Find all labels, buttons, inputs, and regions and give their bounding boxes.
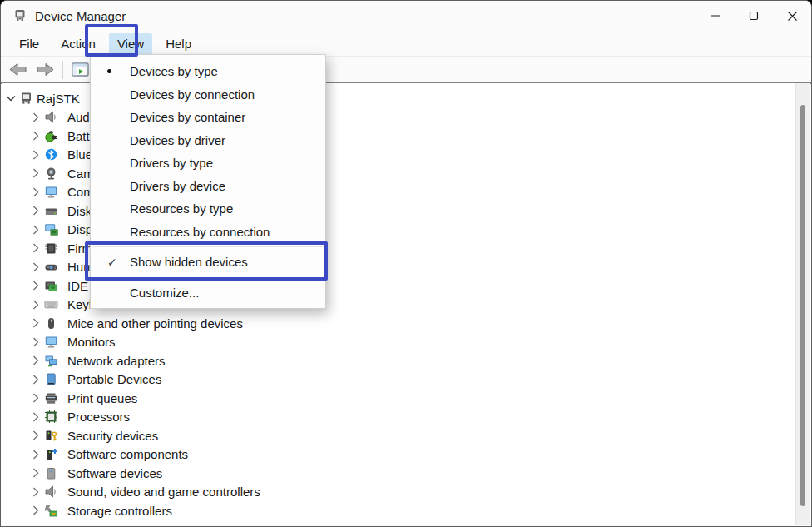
tree-item-software-components[interactable]: Software components [2,445,795,465]
menubar: FileActionViewHelp [1,31,811,56]
device-manager-window: Device Manager FileActionViewHelp [0,0,812,527]
menu-item-devices-by-driver[interactable]: Devices by driver [91,129,325,152]
close-button[interactable] [773,1,811,31]
titlebar: Device Manager [1,1,811,31]
storage-icon [44,504,58,518]
display-icon [44,222,58,236]
checkmark-icon: ✓ [102,256,130,269]
chevron-right-icon[interactable] [30,430,42,441]
chevron-right-icon[interactable] [30,130,42,142]
mouse-icon [44,316,58,331]
printer-icon [44,391,58,405]
camera-icon [44,167,58,181]
tree-item-processors[interactable]: Processors [2,408,795,427]
chevron-right-icon[interactable] [30,242,42,254]
menu-item-show-hidden-devices[interactable]: ✓ Show hidden devices [91,251,325,274]
battery-icon [44,129,58,143]
device-manager-app-icon [12,8,27,23]
menu-item-drivers-by-type[interactable]: Drivers by type [91,152,325,175]
bluetooth-icon [44,147,58,162]
menu-action[interactable]: Action [52,33,104,54]
software-components-icon [44,447,58,461]
ide-icon [44,279,58,293]
menu-item-drivers-by-device[interactable]: Drivers by device [91,175,325,198]
tree-item-network-adapters[interactable]: Network adapters [2,351,795,370]
chevron-right-icon[interactable] [30,112,42,123]
chevron-right-icon[interactable] [30,317,42,329]
chevron-down-icon[interactable] [5,92,17,104]
processor-icon [44,410,58,424]
maximize-button[interactable] [735,1,773,31]
menu-item-resources-by-connection[interactable]: Resources by connection [91,221,325,244]
menu-view[interactable]: View [109,33,152,54]
menu-separator [92,277,324,278]
software-devices-icon [44,466,58,480]
network-icon [44,354,58,368]
chevron-right-icon[interactable] [30,280,42,291]
view-menu-dropdown: Devices by type Devices by connection De… [90,54,326,309]
tree-item-monitors[interactable]: Monitors [2,333,795,352]
audio-icon [44,485,58,499]
computer-icon [19,92,33,106]
window-controls [696,1,811,31]
disk-icon [44,204,58,218]
gamepad-icon [44,260,58,274]
chevron-right-icon[interactable] [30,374,42,385]
chevron-right-icon[interactable] [30,505,42,516]
minimize-button[interactable] [696,1,735,31]
menu-item-devices-by-connection[interactable]: Devices by connection [91,83,325,107]
tree-item-software-devices[interactable]: Software devices [2,464,795,483]
menu-item-devices-by-type[interactable]: Devices by type [91,60,325,83]
chevron-right-icon[interactable] [30,392,42,404]
chevron-right-icon[interactable] [30,524,42,525]
chevron-right-icon[interactable] [30,186,42,198]
scrollbar-thumb[interactable] [800,105,805,506]
monitor-icon [44,335,58,349]
tree-item-storage-volume-shadow-copies[interactable]: Storage volume shadow copies [2,520,795,526]
generic-icon [44,522,58,525]
monitor-icon [44,185,58,199]
back-icon[interactable] [9,62,27,77]
chevron-right-icon[interactable] [30,167,42,179]
toolbar-separator [62,61,63,79]
chevron-right-icon[interactable] [30,299,42,311]
tree-item-mice-and-other-pointing-devices[interactable]: Mice and other pointing devices [2,314,795,333]
menu-item-devices-by-container[interactable]: Devices by container [91,106,325,129]
chevron-right-icon[interactable] [30,261,42,273]
chevron-right-icon[interactable] [30,467,42,479]
radio-dot-icon [102,69,130,73]
chevron-right-icon[interactable] [30,205,42,216]
chevron-right-icon[interactable] [30,486,42,498]
menu-help[interactable]: Help [157,33,200,54]
chevron-right-icon[interactable] [30,355,42,366]
chevron-right-icon[interactable] [30,336,42,348]
menu-item-customize[interactable]: Customize... [91,281,325,305]
console-window-icon[interactable] [72,62,89,77]
menu-separator [92,246,324,247]
window-title: Device Manager [35,9,126,23]
menu-item-resources-by-type[interactable]: Resources by type [91,197,325,221]
security-icon [44,429,58,443]
firmware-icon [44,241,58,256]
chevron-right-icon[interactable] [30,449,42,460]
audio-icon [44,110,58,124]
tree-item-storage-controllers[interactable]: Storage controllers [2,501,795,520]
tree-item-sound-video-and-game-controllers[interactable]: Sound, video and game controllers [2,483,795,502]
forward-icon[interactable] [36,62,54,77]
keyboard-icon [44,297,58,311]
vertical-scrollbar[interactable] [795,83,810,525]
chevron-right-icon[interactable] [30,224,42,236]
portable-icon [44,372,58,386]
chevron-right-icon[interactable] [30,149,42,161]
chevron-right-icon[interactable] [30,411,42,423]
tree-item-portable-devices[interactable]: Portable Devices [2,370,795,390]
tree-item-print-queues[interactable]: Print queues [2,389,795,408]
menu-file[interactable]: File [11,33,47,54]
tree-item-security-devices[interactable]: Security devices [2,426,795,445]
